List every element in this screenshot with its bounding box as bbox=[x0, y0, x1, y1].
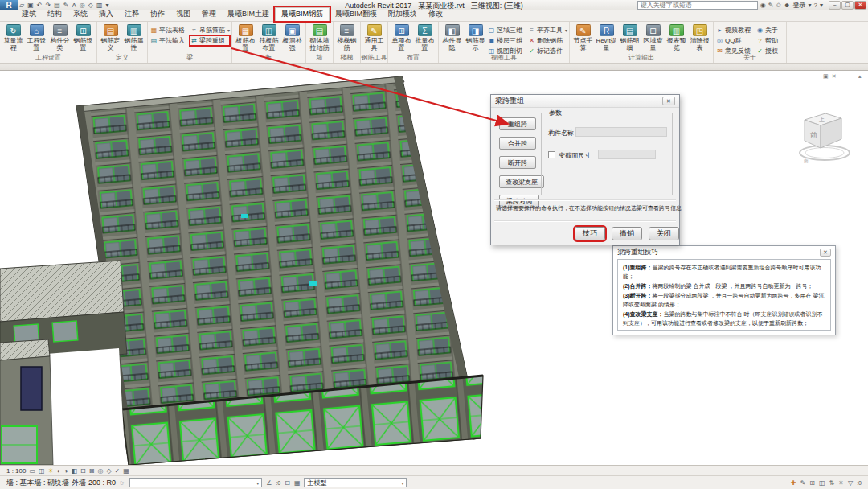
view-restore-icon[interactable]: ▣ bbox=[823, 73, 829, 80]
drawing-area[interactable]: − ▣ ✕ ▴ 前 上 南 梁跨重组 ✕ 重组跨 合并跨 断开跨 查改梁支座 bbox=[0, 71, 868, 465]
sun-path-icon[interactable]: ◐ bbox=[57, 467, 61, 475]
ribbon-button-help[interactable]: ?帮助 bbox=[756, 36, 784, 45]
ribbon-button-opening-reinforce[interactable]: ▣板洞补强 bbox=[281, 23, 303, 54]
ribbon-button-region-3d[interactable]: ▢区域三维 bbox=[488, 26, 526, 35]
ribbon-button-region-quantity[interactable]: ⊡区域查量 bbox=[642, 23, 664, 54]
close-button[interactable]: ✕ bbox=[854, 1, 866, 10]
chevron-down-icon[interactable]: ▾ bbox=[820, 2, 823, 9]
ribbon-button-component-visibility[interactable]: ◧构件显隐 bbox=[441, 23, 463, 54]
tips-close-button[interactable]: ✕ bbox=[820, 249, 831, 257]
select-underlay-icon[interactable]: ⊞ bbox=[809, 479, 815, 487]
chevron-down-icon[interactable]: ▾ bbox=[809, 2, 812, 9]
ribbon-button-report-preview[interactable]: ▥报表预览 bbox=[665, 23, 687, 54]
select-pinned-icon[interactable]: ◫ bbox=[819, 479, 825, 487]
ribbon-button-node-calc[interactable]: ✎节点手算 bbox=[572, 23, 594, 54]
text-icon[interactable]: A bbox=[72, 0, 76, 10]
crop-view-icon[interactable]: ◧ bbox=[71, 467, 77, 475]
visual-style-icon[interactable]: ☀ bbox=[48, 467, 54, 475]
ribbon-button-single-layout[interactable]: ⊞单项布置 bbox=[391, 23, 412, 54]
ribbon-button-video-tutorial[interactable]: ▸视频教程 bbox=[716, 26, 755, 35]
ribbon-button-pingfa-input[interactable]: ▤平法输入 bbox=[150, 36, 189, 45]
tab-chenxi-bim-rebar[interactable]: 晨曦BIM钢筋 bbox=[275, 7, 330, 21]
favorites-icon[interactable]: ✩ bbox=[776, 2, 781, 9]
ribbon-button-about[interactable]: ◉关于 bbox=[756, 26, 784, 35]
snaps-icon[interactable]: ✳ bbox=[838, 479, 844, 487]
ribbon-button-batch-layout[interactable]: Σ批量布置 bbox=[414, 23, 436, 54]
component-name-input[interactable] bbox=[575, 127, 667, 137]
ribbon-button-delete-rebar[interactable]: ✕删除钢筋 bbox=[528, 36, 567, 45]
dialog-close-button[interactable]: ✕ bbox=[662, 97, 675, 105]
ribbon-button-floor-3d[interactable]: ▣楼层三维 bbox=[488, 36, 526, 45]
ribbon-button-rebar-define[interactable]: ▤钢筋定义 bbox=[100, 23, 121, 54]
minimize-button[interactable]: − bbox=[829, 1, 841, 10]
editable-only-icon[interactable]: ∠ bbox=[266, 479, 272, 487]
regroup-span-button[interactable]: 重组跨 bbox=[499, 117, 536, 130]
variable-section-input[interactable] bbox=[598, 150, 656, 159]
ribbon-button-quantity-flow[interactable]: ↻算量流程 bbox=[2, 23, 24, 54]
open-icon[interactable]: ▱ bbox=[19, 0, 24, 10]
revit-app-menu-icon[interactable]: R bbox=[0, 0, 18, 10]
analytical-icon[interactable]: ✓ bbox=[115, 467, 121, 475]
save-icon[interactable]: ▣ bbox=[27, 0, 34, 10]
ribbon-button-qq-group[interactable]: ◎QQ群 bbox=[716, 36, 755, 45]
qat-customize-icon[interactable]: ▾ bbox=[105, 0, 108, 10]
view-scale[interactable]: 1 : 100 bbox=[6, 467, 26, 475]
drag-on-selection-icon[interactable]: ⇅ bbox=[829, 479, 835, 487]
search-input[interactable] bbox=[637, 1, 758, 10]
ribbon-button-rebar-properties[interactable]: ▥钢筋属性 bbox=[123, 23, 145, 54]
variable-section-checkbox[interactable] bbox=[548, 151, 555, 158]
lock-view-icon[interactable]: ⊠ bbox=[89, 467, 95, 475]
tips-button[interactable]: 技巧 bbox=[575, 227, 605, 240]
undo-button[interactable]: 撤销 bbox=[612, 227, 642, 240]
ribbon-button-pingfa-table[interactable]: ▦平法表格 bbox=[150, 26, 189, 35]
view-minimize-icon[interactable]: − bbox=[817, 73, 820, 80]
close-dialog-button[interactable]: 关闭 bbox=[649, 227, 679, 240]
ribbon-button-rebar-display[interactable]: ◨钢筋显示 bbox=[465, 23, 486, 54]
temporary-hide-icon[interactable]: ◎ bbox=[97, 467, 103, 475]
ribbon-button-clear-report[interactable]: ◳清除报表 bbox=[689, 23, 710, 54]
design-options-icon[interactable]: ⊡ bbox=[285, 479, 290, 487]
worksets-icon[interactable]: ☞ bbox=[120, 479, 125, 487]
viewcube[interactable]: 前 上 南 bbox=[794, 100, 866, 174]
ribbon-button-general-tools[interactable]: ✎通用工具 bbox=[363, 23, 385, 54]
ribbon-button-slab-rebar[interactable]: ▦板筋布置 bbox=[235, 23, 256, 54]
redo-icon[interactable]: ↷ bbox=[45, 0, 51, 10]
sign-in-link[interactable]: 登录 bbox=[793, 1, 806, 10]
worksets-dropdown[interactable]: ▾ bbox=[129, 478, 262, 487]
ribbon-button-hanger-stirrup[interactable]: ≈吊筋箍筋▾ bbox=[190, 26, 229, 35]
merge-span-button[interactable]: 合并跨 bbox=[499, 137, 536, 150]
ribbon-button-revit-quantity[interactable]: RRevit提量 bbox=[596, 23, 617, 54]
filter-icon[interactable]: ▽ bbox=[848, 479, 853, 487]
reveal-hidden-icon[interactable]: ◇ bbox=[106, 467, 111, 475]
view-close-icon[interactable]: ✕ bbox=[832, 73, 837, 80]
break-span-button[interactable]: 断开跨 bbox=[499, 156, 536, 169]
ribbon-button-raft-rebar[interactable]: ◫筏板筋布置 bbox=[258, 23, 280, 54]
ribbon-button-component-classify[interactable]: ≡构件分类 bbox=[49, 23, 71, 54]
measure-icon[interactable]: ✎ bbox=[63, 0, 69, 10]
user-icon[interactable]: ☻ bbox=[784, 2, 790, 9]
sync-icon[interactable]: ◎ bbox=[80, 0, 85, 10]
constraints-icon[interactable]: ▦ bbox=[123, 467, 129, 475]
edit-beam-support-button[interactable]: 查改梁支座 bbox=[499, 175, 544, 188]
restore-button[interactable]: ▢ bbox=[841, 1, 854, 10]
ribbon-button-masonry-tie[interactable]: ▤砌体墙拉结筋 bbox=[309, 23, 330, 54]
ribbon-button-align-tools[interactable]: ≡平齐工具▾ bbox=[528, 26, 567, 35]
section-icon[interactable]: ▥ bbox=[96, 0, 103, 10]
edit-linked-icon[interactable]: ✎ bbox=[800, 479, 806, 487]
dialog-title-bar[interactable]: 梁跨重组 ✕ bbox=[491, 95, 679, 108]
ribbon-button-rebar-settings[interactable]: ⊞钢筋设置 bbox=[72, 23, 94, 54]
tips-title-bar[interactable]: 梁跨重组技巧 ✕ bbox=[613, 246, 835, 258]
undo-icon[interactable]: ↶ bbox=[37, 0, 43, 10]
shadows-icon[interactable]: ◑ bbox=[64, 467, 68, 475]
exclude-options-icon[interactable]: ✚ bbox=[791, 479, 796, 487]
show-crop-icon[interactable]: ⊡ bbox=[80, 467, 86, 475]
default-3d-view-icon[interactable]: ◇ bbox=[88, 0, 93, 10]
help-icon[interactable]: ? bbox=[814, 2, 817, 9]
pin-icon[interactable]: ▴ bbox=[858, 73, 862, 80]
exchange-icon[interactable]: ✎ bbox=[768, 2, 774, 9]
search-icon[interactable]: ◉ bbox=[760, 2, 766, 9]
ribbon-button-project-settings[interactable]: ⌂工程设置 bbox=[26, 23, 47, 54]
design-option-dropdown[interactable]: 主模型▾ bbox=[304, 478, 407, 487]
scale-icon[interactable]: ▭ bbox=[29, 467, 35, 475]
active-only-icon[interactable]: ▦ bbox=[294, 479, 301, 487]
